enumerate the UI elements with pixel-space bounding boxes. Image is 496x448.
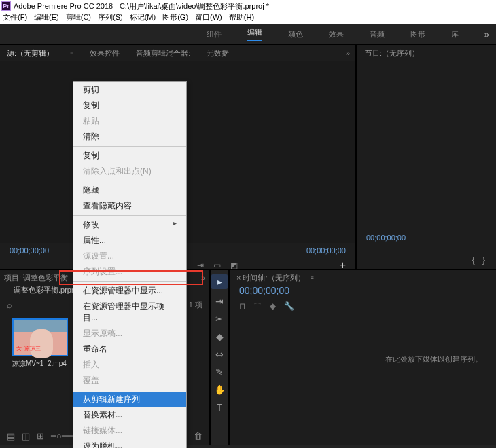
- tab-menu-icon[interactable]: ≡: [70, 50, 73, 56]
- trash-icon[interactable]: 🗑: [194, 431, 202, 441]
- type-icon[interactable]: T: [217, 402, 223, 413]
- project-overflow-icon[interactable]: »: [201, 274, 205, 282]
- context-item[interactable]: 隐藏: [73, 183, 186, 198]
- overwrite-icon[interactable]: ▭: [213, 261, 221, 270]
- timeline-timecode: 00;00;00;00: [230, 285, 496, 296]
- app-frame: 组件 编辑 颜色 效果 音频 图形 库 » 源:（无剪辑） ≡ 效果控件 音频剪…: [0, 24, 496, 448]
- menu-file[interactable]: 文件(F): [3, 12, 27, 24]
- context-item[interactable]: 修改: [73, 217, 186, 233]
- tab-editing[interactable]: 编辑: [247, 27, 262, 41]
- ripple-icon[interactable]: ✂: [215, 314, 224, 324]
- program-transport: { }: [472, 255, 485, 265]
- context-item: 粘贴: [73, 113, 186, 129]
- freeform-icon[interactable]: ⊞: [37, 431, 44, 441]
- icon-view-icon[interactable]: ◫: [22, 431, 30, 441]
- context-item[interactable]: 重命名: [73, 341, 186, 357]
- linked-icon[interactable]: ⌒: [253, 301, 262, 313]
- slip-icon[interactable]: ⇔: [215, 349, 224, 360]
- context-item[interactable]: 属性...: [73, 233, 186, 248]
- tab-overflow-icon[interactable]: »: [346, 49, 350, 57]
- menu-marker[interactable]: 标记(M): [130, 12, 156, 24]
- context-item[interactable]: 清除: [73, 129, 186, 145]
- context-item[interactable]: 替换素材...: [73, 407, 186, 423]
- tab-effect-controls[interactable]: 效果控件: [90, 48, 120, 58]
- tab-metadata[interactable]: 元数据: [207, 48, 229, 58]
- zoom-slider[interactable]: ━○━━: [51, 431, 73, 441]
- workspace-tab-bar: 组件 编辑 颜色 效果 音频 图形 库 »: [0, 24, 496, 45]
- hand-icon[interactable]: ✋: [214, 384, 226, 395]
- snap-icon[interactable]: ⊓: [239, 301, 245, 313]
- source-out-time: 00;00;00;00: [306, 246, 346, 255]
- menu-clip[interactable]: 剪辑(C): [66, 12, 91, 24]
- export-frame-icon[interactable]: ◩: [230, 261, 238, 270]
- context-item[interactable]: 查看隐藏内容: [73, 198, 186, 214]
- clip-thumbnail[interactable]: 女: 凉凉三… 凉凉MV~1_2.mp4: [12, 318, 68, 369]
- context-item[interactable]: 在资源管理器中显示项目...: [73, 299, 186, 326]
- context-item: 覆盖: [73, 373, 186, 388]
- tab-graphics[interactable]: 图形: [410, 29, 425, 39]
- tab-audio-mixer[interactable]: 音频剪辑混合器:: [136, 48, 190, 58]
- context-item: 插入: [73, 357, 186, 373]
- context-item[interactable]: 剪切: [73, 82, 186, 98]
- razor-icon[interactable]: ◆: [216, 331, 224, 342]
- title-text: Adobe Premiere Pro CC 2018 - C:\用户\likai…: [14, 1, 269, 12]
- context-item: 源设置...: [73, 248, 186, 264]
- menu-help[interactable]: 帮助(H): [229, 12, 254, 24]
- timeline-menu-icon[interactable]: ≡: [311, 274, 314, 281]
- tab-source[interactable]: 源:（无剪辑）: [7, 48, 54, 58]
- timeline-panel: × 时间轴:（无序列） ≡ 00;00;00;00 ⊓ ⌒ ◆ 🔧 在此处放下媒…: [230, 270, 496, 445]
- timeline-placeholder: 在此处放下媒体以创建序列。: [385, 354, 482, 365]
- menu-sequence[interactable]: 序列(S): [98, 12, 123, 24]
- tab-libraries[interactable]: 库: [451, 29, 459, 39]
- context-menu: 剪切复制粘贴清除复制清除入点和出点(N)隐藏查看隐藏内容修改属性...源设置..…: [73, 81, 187, 448]
- context-item[interactable]: 从剪辑新建序列: [73, 392, 186, 407]
- context-item: 序列设置...: [73, 264, 186, 280]
- context-item: 显示原稿...: [73, 326, 186, 341]
- context-item: 清除入点和出点(N): [73, 164, 186, 179]
- timeline-tabs: × 时间轴:（无序列） ≡: [230, 270, 496, 285]
- tab-color[interactable]: 颜色: [288, 29, 303, 39]
- program-tab[interactable]: 节目:（无序列）: [357, 45, 496, 61]
- menu-edit[interactable]: 编辑(E): [34, 12, 59, 24]
- settings-icon[interactable]: 🔧: [284, 301, 294, 313]
- clip-subtitle: 女: 凉凉三…: [16, 345, 46, 352]
- context-item: 链接媒体...: [73, 423, 186, 438]
- project-tab[interactable]: 项目: 调整色彩平衡: [4, 273, 68, 283]
- list-view-icon[interactable]: ▤: [7, 431, 15, 441]
- tab-effects[interactable]: 效果: [329, 29, 344, 39]
- insert-icon[interactable]: ⇥: [197, 261, 204, 270]
- menu-window[interactable]: 窗口(W): [195, 12, 222, 24]
- timeline-toggles: ⊓ ⌒ ◆ 🔧: [230, 296, 496, 313]
- timeline-tab[interactable]: × 时间轴:（无序列）: [236, 273, 305, 283]
- track-select-icon[interactable]: ⇥: [215, 296, 224, 307]
- tab-audio[interactable]: 音频: [370, 29, 385, 39]
- context-item[interactable]: 复制: [73, 148, 186, 164]
- context-item[interactable]: 复制: [73, 98, 186, 113]
- program-timecode: 00;00;00;00: [357, 166, 406, 242]
- mark-in-icon[interactable]: {: [472, 255, 474, 265]
- clip-image: 女: 凉凉三…: [12, 318, 68, 356]
- context-item[interactable]: 设为脱机...: [73, 438, 186, 448]
- selection-tool-icon[interactable]: ▸: [211, 274, 228, 289]
- marker-icon[interactable]: ◆: [270, 301, 276, 313]
- program-monitor-panel: 节目:（无序列） 00;00;00;00 { }: [357, 45, 496, 269]
- context-item[interactable]: 在资源管理器中显示...: [73, 283, 186, 299]
- mark-out-icon[interactable]: }: [482, 255, 485, 265]
- source-in-time: 00;00;00;00: [10, 246, 49, 255]
- pen-icon[interactable]: ✎: [215, 367, 224, 377]
- search-icon[interactable]: ⌕: [7, 300, 12, 310]
- clip-label: 凉凉MV~1_2.mp4: [12, 359, 68, 369]
- title-bar: Pr Adobe Premiere Pro CC 2018 - C:\用户\li…: [0, 0, 496, 12]
- tool-panel: ▸ ⇥ ✂ ◆ ⇔ ✎ ✋ T: [211, 270, 230, 445]
- workspace-overflow-icon[interactable]: »: [484, 29, 489, 39]
- menu-bar: 文件(F) 编辑(E) 剪辑(C) 序列(S) 标记(M) 图形(G) 窗口(W…: [0, 12, 496, 24]
- source-tabs: 源:（无剪辑） ≡ 效果控件 音频剪辑混合器: 元数据 »: [0, 45, 355, 61]
- menu-graphics[interactable]: 图形(G): [162, 12, 188, 24]
- tab-assembly[interactable]: 组件: [207, 29, 222, 39]
- app-logo: Pr: [1, 1, 11, 11]
